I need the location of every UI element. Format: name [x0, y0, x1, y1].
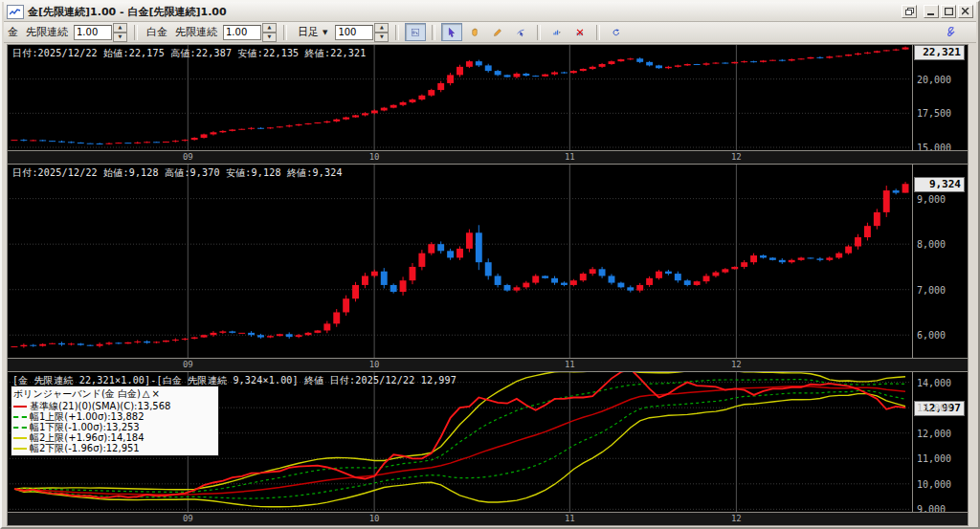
y-axis-label: 12,000: [917, 428, 951, 438]
y-axis-label: 14,000: [917, 377, 951, 387]
x-axis-month-label: 11: [565, 152, 575, 162]
gold-candlestick-plot[interactable]: [10, 45, 910, 150]
spread-time-axis: 09101112: [8, 512, 968, 525]
chart-window: 金[先限連続]1.00 - 白金[先限連続]1.00 金 先限連続 ▲▼ 白金 …: [0, 0, 980, 529]
x-axis-month-label: 12: [731, 360, 742, 369]
crosshair-tool-icon: [412, 26, 419, 39]
settings-wrench-icon[interactable]: [940, 24, 957, 40]
x-axis-month-label: 09: [183, 360, 193, 369]
legend-collapse-button[interactable]: △: [143, 389, 150, 399]
toolbar-separator: [283, 25, 287, 40]
bar-chart-icon: [553, 26, 561, 39]
toolbar-separator: [596, 25, 600, 40]
minimize-button[interactable]: [924, 5, 939, 18]
close-button[interactable]: [958, 5, 973, 18]
spread-price-axis: 12,997 14,00013,00012,00011,00010,0009,0…: [912, 372, 967, 512]
app-icon: [7, 5, 24, 19]
platinum-ohlc-info: 日付:2025/12/22 始値:9,128 高値:9,370 安値:9,128…: [12, 166, 343, 180]
gold-chart-panel: 日付:2025/12/22 始値:22,175 高値:22,387 安値:22,…: [7, 44, 969, 164]
title-bar: 金[先限連続]1.00 - 白金[先限連続]1.00: [4, 2, 976, 22]
y-axis-label: 20,000: [917, 74, 951, 84]
platinum-scale-up-button[interactable]: ▲: [262, 23, 277, 33]
platinum-scale-spinner: ▲▼: [223, 23, 277, 42]
platinum-symbol-label: 白金: [146, 25, 167, 39]
platinum-scale-input[interactable]: [223, 25, 261, 40]
platinum-scale-down-button[interactable]: ▼: [262, 33, 277, 42]
toolbar-separator: [134, 25, 138, 40]
legend-swatch-sigma1-upper: [13, 416, 27, 418]
gold-scale-up-button[interactable]: ▲: [113, 23, 127, 33]
gold-series-label: 先限連続: [26, 25, 68, 39]
trendline-tool-button[interactable]: [510, 23, 531, 41]
candles-layer: [11, 182, 909, 348]
legend-swatch-sigma2-lower: [13, 448, 27, 450]
gold-scale-spinner: ▲▼: [74, 23, 127, 42]
legend-close-button[interactable]: ×: [152, 389, 160, 399]
y-axis-label: 9,000: [917, 193, 946, 204]
platinum-series-label: 先限連続: [175, 25, 217, 39]
platinum-price-axis: 9,324 9,0008,0007,0006,000: [912, 165, 967, 358]
draw-tool-button[interactable]: [487, 23, 508, 41]
y-axis-label: 7,000: [917, 284, 946, 295]
toolbar-separator: [432, 25, 435, 40]
remove-indicator-button[interactable]: [569, 23, 590, 41]
y-axis-label: 11,000: [917, 453, 951, 464]
bar-count-up-button[interactable]: ▲: [374, 23, 389, 33]
y-axis-label: 17,500: [917, 108, 951, 119]
x-axis-month-label: 09: [183, 152, 193, 162]
chevron-down-icon: ▼: [323, 29, 327, 36]
refresh-icon: [612, 26, 620, 39]
legend-label: 幅2下限(-1.96σ):12,951: [30, 442, 140, 455]
candles-layer: [11, 47, 909, 145]
y-axis-label: 8,000: [917, 239, 946, 250]
y-axis-label: 6,000: [917, 330, 946, 341]
platinum-last-price-badge: 9,324: [914, 177, 965, 192]
toolbar-separator: [537, 25, 541, 40]
y-axis-label: 10,000: [917, 478, 951, 489]
legend-swatch-sigma2-upper: [13, 437, 27, 439]
float-window-button[interactable]: [902, 5, 917, 18]
platinum-chart-panel: 日付:2025/12/22 始値:9,128 高値:9,370 安値:9,128…: [7, 164, 969, 371]
trendline-tool-icon: [517, 26, 524, 39]
gold-symbol-label: 金: [8, 25, 18, 39]
indicator-menu-button[interactable]: [546, 23, 568, 41]
x-axis-month-label: 10: [369, 360, 380, 369]
x-axis-month-label: 12: [731, 152, 742, 162]
crosshair-tool-button[interactable]: [405, 23, 426, 41]
gold-time-axis: 09101112: [8, 150, 968, 164]
spread-chart-panel: [金 先限連続 22,321×1.00]-[白金 先限連続 9,324×1.00…: [7, 371, 969, 526]
gold-ohlc-info: 日付:2025/12/22 始値:22,175 高値:22,387 安値:22,…: [12, 47, 366, 60]
x-axis-month-label: 11: [565, 360, 575, 369]
select-tool-icon: [448, 26, 456, 39]
remove-indicator-icon: [576, 26, 584, 39]
platinum-candlestick-plot[interactable]: [10, 165, 910, 358]
bar-count-down-button[interactable]: ▼: [374, 33, 389, 42]
bar-count-spinner: ▲▼: [335, 23, 389, 42]
platinum-time-axis: 09101112: [8, 358, 968, 371]
window-title: 金[先限連続]1.00 - 白金[先限連続]1.00: [28, 5, 227, 19]
gold-last-price-badge: 22,321: [914, 45, 965, 60]
x-axis-month-label: 10: [369, 152, 380, 162]
bollinger-legend: ボリンジャーバンド(金 白金) △ × 基準線(21)(0)(SMA)(C):1…: [11, 386, 219, 456]
select-tool-button[interactable]: [441, 23, 462, 41]
gold-scale-down-button[interactable]: ▼: [113, 33, 127, 42]
gold-scale-input[interactable]: [74, 25, 112, 40]
x-axis-month-label: 11: [565, 514, 575, 523]
toolbar-separator: [395, 25, 399, 40]
timeframe-label: 日足: [298, 25, 319, 39]
bar-count-input[interactable]: [335, 25, 373, 40]
gridlines: [10, 165, 910, 358]
pan-tool-button[interactable]: [464, 23, 485, 41]
timeframe-select[interactable]: 日足 ▼: [295, 24, 330, 40]
toolbar: 金 先限連続 ▲▼ 白金 先限連続 ▲▼ 日足 ▼ ▲▼: [4, 22, 976, 43]
pencil-icon: [494, 26, 501, 39]
maximize-button[interactable]: [941, 5, 956, 18]
x-axis-month-label: 09: [183, 514, 193, 523]
pan-tool-icon: [471, 26, 479, 39]
refresh-button[interactable]: [606, 23, 627, 41]
legend-swatch-sma: [13, 406, 27, 408]
x-axis-month-label: 10: [369, 514, 380, 523]
gold-price-axis: 22,321 20,00017,50015,000: [912, 45, 967, 150]
legend-swatch-sigma1-lower: [13, 427, 27, 429]
y-axis-label: 13,000: [917, 403, 951, 413]
